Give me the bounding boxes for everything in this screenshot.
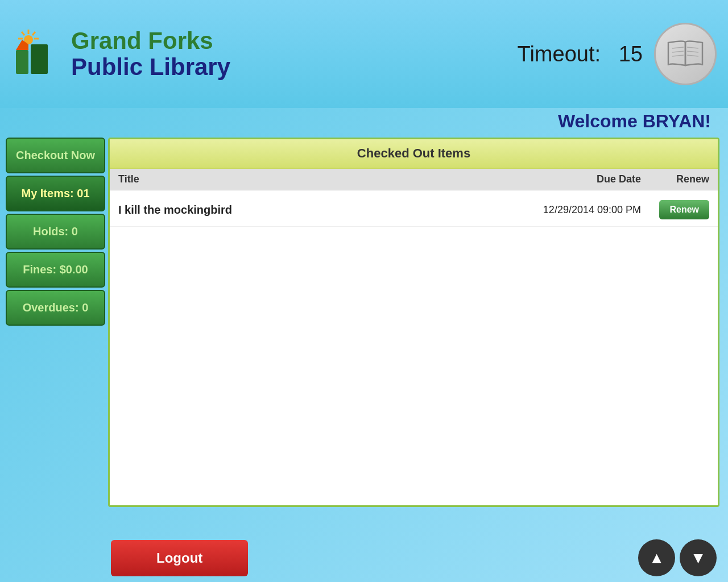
my-items-button[interactable]: My Items: 01 bbox=[6, 176, 105, 211]
header: Grand Forks Public Library Timeout: 15 bbox=[0, 0, 728, 108]
content-area: Checked Out Items Title Due Date Renew I… bbox=[108, 138, 719, 577]
col-due-date: Due Date bbox=[499, 173, 641, 185]
book-icon-circle bbox=[654, 23, 717, 85]
table-row: I kill the mockingbird 12/29/2014 09:00 … bbox=[110, 193, 718, 227]
welcome-text: Welcome BRYAN! bbox=[558, 111, 711, 131]
library-name-line1: Grand Forks bbox=[71, 28, 230, 54]
fines-button[interactable]: Fines: $0.00 bbox=[6, 252, 105, 288]
renew-button[interactable]: Renew bbox=[659, 200, 709, 219]
scroll-up-icon: ▲ bbox=[649, 549, 665, 567]
sidebar: Checkout Now My Items: 01 Holds: 0 Fines… bbox=[6, 138, 105, 577]
svg-line-1 bbox=[32, 32, 35, 35]
scroll-down-button[interactable]: ▼ bbox=[680, 539, 717, 576]
scroll-down-icon: ▼ bbox=[690, 549, 706, 567]
svg-line-12 bbox=[687, 47, 698, 48]
item-due-date: 12/29/2014 09:00 PM bbox=[499, 204, 641, 216]
panel-title: Checked Out Items bbox=[110, 139, 718, 169]
checked-out-panel: Checked Out Items Title Due Date Renew I… bbox=[108, 138, 719, 507]
library-name-line2: Public Library bbox=[71, 54, 230, 80]
table-header: Title Due Date Renew bbox=[110, 169, 718, 190]
logout-button[interactable]: Logout bbox=[111, 540, 248, 576]
holds-button[interactable]: Holds: 0 bbox=[6, 214, 105, 250]
svg-line-11 bbox=[672, 55, 684, 56]
item-renew-cell: Renew bbox=[641, 200, 709, 219]
svg-line-10 bbox=[672, 51, 684, 52]
col-title: Title bbox=[118, 173, 499, 185]
svg-line-14 bbox=[687, 55, 698, 56]
table-body: I kill the mockingbird 12/29/2014 09:00 … bbox=[110, 190, 718, 505]
bottom-area: Logout ▲ ▼ bbox=[0, 539, 728, 576]
timeout-display: Timeout: 15 bbox=[518, 42, 643, 66]
scroll-up-button[interactable]: ▲ bbox=[638, 539, 675, 576]
svg-line-13 bbox=[687, 51, 698, 52]
checkout-now-button[interactable]: Checkout Now bbox=[6, 138, 105, 173]
overdues-button[interactable]: Overdues: 0 bbox=[6, 290, 105, 326]
item-title: I kill the mockingbird bbox=[118, 203, 499, 217]
svg-rect-6 bbox=[16, 50, 28, 74]
svg-rect-7 bbox=[31, 44, 48, 74]
logo-text: Grand Forks Public Library bbox=[71, 28, 230, 80]
header-right: Timeout: 15 bbox=[518, 23, 717, 85]
welcome-bar: Welcome BRYAN! bbox=[0, 108, 728, 138]
svg-line-9 bbox=[672, 47, 684, 48]
svg-line-3 bbox=[22, 32, 24, 35]
main-layout: Checkout Now My Items: 01 Holds: 0 Fines… bbox=[0, 138, 728, 577]
logo-area: Grand Forks Public Library bbox=[11, 28, 230, 80]
col-renew: Renew bbox=[641, 173, 709, 185]
library-logo-icon bbox=[11, 28, 63, 80]
nav-buttons: ▲ ▼ bbox=[638, 539, 717, 576]
